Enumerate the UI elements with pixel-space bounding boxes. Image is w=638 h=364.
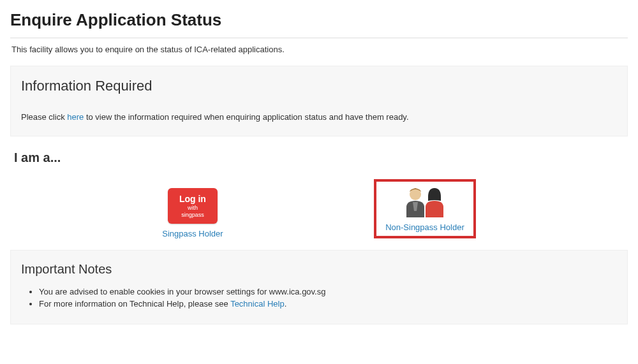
non-singpass-holder-label: Non-Singpass Holder	[385, 222, 464, 232]
notes-title: Important Notes	[21, 262, 617, 277]
singpass-login-button[interactable]: Log in with singpass	[168, 188, 218, 224]
info-text-after: to view the information required when en…	[84, 112, 408, 122]
singpass-btn-line2: with singpass	[177, 205, 209, 219]
info-here-link[interactable]: here	[67, 112, 84, 122]
notes-item-2-before: For more information on Technical Help, …	[39, 299, 230, 309]
important-notes-panel: Important Notes You are advised to enabl…	[10, 250, 628, 324]
info-text-before: Please click	[21, 112, 67, 122]
info-panel-body: Please click here to view the informatio…	[21, 112, 617, 122]
divider	[10, 38, 628, 38]
information-required-panel: Information Required Please click here t…	[10, 66, 628, 136]
notes-item-2-after: .	[285, 299, 287, 309]
singpass-holder-option[interactable]: Log in with singpass Singpass Holder	[162, 188, 223, 238]
singpass-holder-label: Singpass Holder	[162, 229, 223, 238]
singpass-btn-line1: Log in	[177, 194, 209, 203]
non-singpass-highlight-box: Non-Singpass Holder	[374, 179, 476, 238]
technical-help-link[interactable]: Technical Help	[230, 299, 285, 309]
intro-text: This facility allows you to enquire on t…	[11, 45, 628, 54]
notes-list: You are advised to enable cookies in you…	[21, 287, 617, 309]
people-icon	[396, 186, 454, 217]
page-title: Enquire Application Status	[10, 10, 628, 30]
non-singpass-holder-option[interactable]: Non-Singpass Holder	[385, 186, 464, 232]
options-row: Log in with singpass Singpass Holder	[10, 179, 628, 250]
selector-heading: I am a...	[14, 150, 628, 165]
info-panel-title: Information Required	[21, 78, 617, 94]
notes-item-1: You are advised to enable cookies in you…	[39, 287, 617, 296]
notes-item-2: For more information on Technical Help, …	[39, 299, 617, 309]
